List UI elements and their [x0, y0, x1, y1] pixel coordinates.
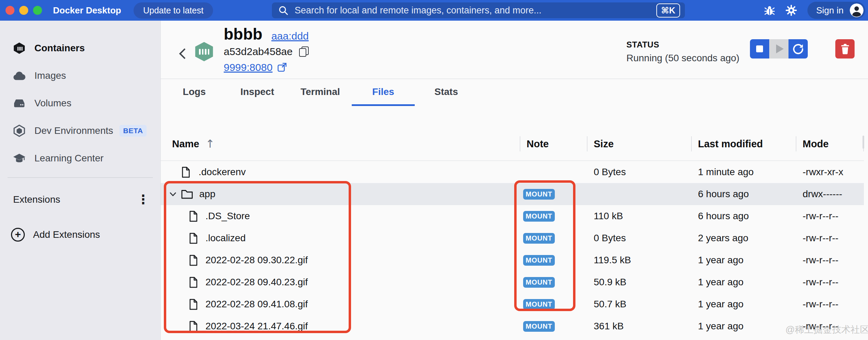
sidebar-item-images[interactable]: Images	[0, 62, 160, 89]
port-link[interactable]: 9999:8080	[224, 62, 273, 73]
container-status-icon	[194, 42, 214, 61]
size-cell: 50.9 kB	[587, 277, 691, 288]
beta-badge: BETA	[119, 125, 147, 137]
titlebar: Docker Desktop Update to latest ⌘K	[0, 0, 868, 21]
main-panel: bbbb aaa:ddd a53d2ab458ae 9999:8080 STAT…	[161, 21, 868, 340]
column-header-name[interactable]: Name ↑	[161, 127, 520, 160]
tab-inspect[interactable]: Inspect	[226, 79, 289, 106]
search-shortcut-hint: ⌘K	[656, 3, 680, 18]
file-icon	[189, 277, 198, 288]
mount-badge: MOUNT	[523, 299, 555, 310]
zoom-window-button[interactable]	[33, 6, 42, 15]
search-input[interactable]	[294, 5, 656, 16]
file-icon	[189, 211, 198, 222]
tab-terminal[interactable]: Terminal	[289, 79, 352, 106]
sidebar-item-extensions[interactable]: Extensions ⋮	[0, 189, 160, 210]
table-row-app[interactable]: appMOUNT6 hours agodrwx------	[161, 183, 864, 205]
back-button[interactable]	[178, 48, 190, 60]
app-title: Docker Desktop	[53, 5, 121, 16]
mount-badge: MOUNT	[523, 277, 555, 288]
bug-report-button[interactable]	[764, 5, 775, 16]
tab-logs[interactable]: Logs	[163, 79, 226, 106]
column-header-last-modified: Last modified	[691, 127, 796, 160]
folder-icon	[181, 189, 193, 199]
files-table: Name ↑ Note Size Last modified Mode .doc…	[161, 127, 864, 337]
extensions-menu-button[interactable]: ⋮	[135, 193, 151, 206]
status-value: Running (50 seconds ago)	[626, 53, 739, 64]
name-cell: 2022-03-24 21.47.46.gif	[161, 315, 520, 337]
table-body: .dockerenv0 Bytes1 minute ago-rwxr-xr-xa…	[161, 161, 864, 337]
file-name: app	[199, 189, 215, 200]
file-name: 2022-03-24 21.47.46.gif	[205, 321, 308, 332]
note-cell: MOUNT	[520, 277, 587, 288]
settings-button[interactable]	[785, 4, 797, 16]
table-row-localized[interactable]: .localizedMOUNT0 Bytes2 years ago-rw-r--…	[161, 227, 864, 249]
note-cell: MOUNT	[520, 189, 587, 200]
name-cell: 2022-02-28 09.30.22.gif	[161, 249, 520, 271]
minimize-window-button[interactable]	[19, 6, 28, 15]
tab-files[interactable]: Files	[352, 79, 415, 106]
file-name: 2022-02-28 09.30.22.gif	[205, 255, 308, 266]
table-row-2022-02-28-09-41-08-gif[interactable]: 2022-02-28 09.41.08.gifMOUNT50.7 kB1 yea…	[161, 293, 864, 315]
copy-icon[interactable]	[299, 46, 309, 57]
sidebar-item-containers[interactable]: Containers	[0, 34, 160, 62]
mode-cell: -rw-r--r--	[796, 211, 864, 222]
status-block: STATUS Running (50 seconds ago)	[626, 40, 739, 64]
sidebar-item-volumes[interactable]: Volumes	[0, 89, 160, 117]
global-search[interactable]: ⌘K	[272, 2, 685, 18]
mode-cell: -rw-r--r--	[796, 277, 864, 288]
name-cell: app	[161, 183, 520, 205]
name-cell: .DS_Store	[161, 205, 520, 227]
table-row-dockerenv[interactable]: .dockerenv0 Bytes1 minute ago-rwxr-xr-x	[161, 161, 864, 183]
sidebar-item-add-extensions[interactable]: Add Extensions	[0, 224, 160, 245]
sidebar-item-label: Images	[34, 70, 66, 81]
table-header-row: Name ↑ Note Size Last modified Mode	[161, 127, 864, 161]
note-cell: MOUNT	[520, 255, 587, 266]
sign-in-label: Sign in	[816, 5, 844, 16]
last-modified-cell: 1 minute ago	[691, 167, 796, 178]
container-name: bbbb	[224, 25, 262, 43]
delete-button[interactable]	[835, 39, 855, 59]
mode-cell: drwx------	[796, 189, 864, 200]
column-header-note: Note	[520, 127, 587, 160]
size-cell: 119.5 kB	[587, 255, 691, 266]
restart-button[interactable]	[788, 39, 808, 59]
last-modified-cell: 1 year ago	[691, 299, 796, 310]
file-name: .dockerenv	[199, 167, 246, 178]
sidebar-item-dev-environments[interactable]: Dev EnvironmentsBETA	[0, 117, 160, 145]
avatar	[850, 3, 864, 17]
container-info: bbbb aaa:ddd a53d2ab458ae 9999:8080	[224, 25, 309, 73]
external-link-icon[interactable]	[277, 63, 287, 72]
mount-badge: MOUNT	[523, 255, 555, 266]
file-name: .localized	[205, 233, 246, 244]
stop-icon	[756, 45, 763, 52]
start-button[interactable]	[769, 39, 788, 59]
column-header-mode: Mode	[796, 127, 864, 160]
extensions-label: Extensions	[13, 194, 60, 205]
note-cell: MOUNT	[520, 321, 587, 332]
plus-circle-icon	[11, 228, 25, 242]
scrollbar-thumb[interactable]	[862, 136, 864, 149]
chevron-down-icon[interactable]	[170, 192, 176, 196]
size-cell: 110 kB	[587, 211, 691, 222]
last-modified-cell: 2 years ago	[691, 233, 796, 244]
table-row-2022-02-28-09-40-23-gif[interactable]: 2022-02-28 09.40.23.gifMOUNT50.9 kB1 yea…	[161, 271, 864, 293]
restart-icon	[792, 43, 804, 55]
table-row-ds-store[interactable]: .DS_StoreMOUNT110 kB6 hours ago-rw-r--r-…	[161, 205, 864, 227]
table-row-2022-03-24-21-47-46-gif[interactable]: 2022-03-24 21.47.46.gifMOUNT361 kB1 year…	[161, 315, 864, 337]
file-icon	[189, 255, 198, 266]
image-link[interactable]: aaa:ddd	[271, 30, 308, 42]
mode-cell: -rw-r--r--	[796, 299, 864, 310]
update-to-latest-button[interactable]: Update to latest	[134, 2, 213, 19]
sign-in-button[interactable]: Sign in	[807, 2, 866, 19]
images-icon	[12, 69, 26, 83]
close-window-button[interactable]	[6, 6, 14, 15]
sidebar-item-learning-center[interactable]: Learning Center	[0, 145, 160, 172]
stop-button[interactable]	[750, 39, 769, 59]
tab-stats[interactable]: Stats	[415, 79, 478, 106]
sidebar-item-label: Volumes	[34, 98, 71, 109]
containers-icon	[12, 41, 26, 55]
mount-badge: MOUNT	[523, 211, 555, 222]
table-row-2022-02-28-09-30-22-gif[interactable]: 2022-02-28 09.30.22.gifMOUNT119.5 kB1 ye…	[161, 249, 864, 271]
note-cell: MOUNT	[520, 211, 587, 222]
